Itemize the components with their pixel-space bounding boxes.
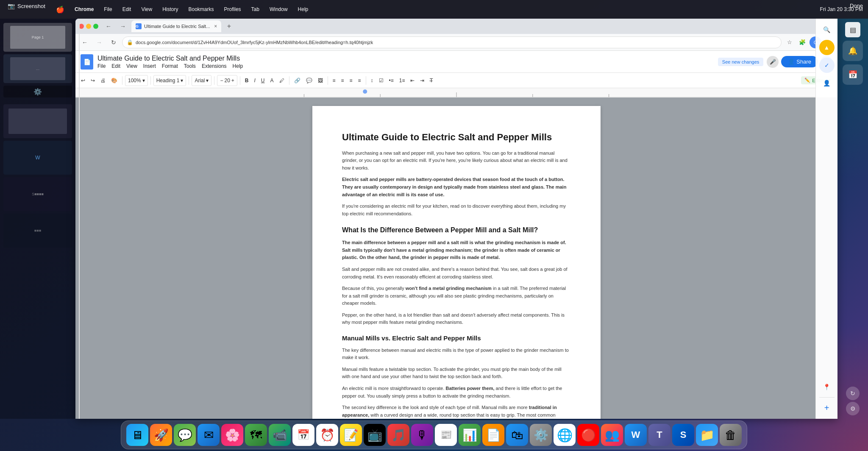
bold-button[interactable]: B <box>243 75 251 86</box>
align-center-button[interactable]: ≡ <box>339 75 346 86</box>
tab-close-button[interactable]: × <box>214 23 217 29</box>
highlight-button[interactable]: 🖊 <box>277 75 287 86</box>
tab-menu[interactable]: Tab <box>250 6 261 13</box>
edit-menu[interactable]: Edit <box>121 6 133 13</box>
dock-calendar[interactable]: 📅 <box>292 424 314 446</box>
dock-facetime[interactable]: 📹 <box>269 424 291 446</box>
dock-slides[interactable]: S <box>672 424 694 446</box>
dock-maps[interactable]: 🗺 <box>245 424 267 446</box>
scroll-control-1[interactable]: ▤ <box>845 22 860 37</box>
link-button[interactable]: 🔗 <box>292 75 303 86</box>
address-bar[interactable]: 🔒 docs.google.com/document/d/1ZvH4A9YdmO… <box>122 36 782 48</box>
profiles-menu[interactable]: Profiles <box>223 6 243 13</box>
thumbnail-3[interactable] <box>3 104 72 138</box>
docs-file-menu[interactable]: File <box>97 63 106 69</box>
indent-decrease-button[interactable]: ⇤ <box>408 75 417 86</box>
docs-format-menu[interactable]: Format <box>162 63 178 69</box>
dock-launchpad[interactable]: 🚀 <box>150 424 172 446</box>
font-select[interactable]: Arial ▾ <box>192 75 211 86</box>
dock-notes[interactable]: 📝 <box>340 424 362 446</box>
active-tab[interactable]: G Ultimate Guide to Electric Salt... × <box>131 20 221 32</box>
clear-formatting-button[interactable]: T̶ <box>428 75 435 86</box>
justify-button[interactable]: ≡ <box>356 75 363 86</box>
dock-messages[interactable]: 💬 <box>174 424 196 446</box>
redo-button[interactable]: ↪ <box>89 75 97 86</box>
new-tab-button[interactable]: + <box>224 21 234 31</box>
dock-pages[interactable]: 📄 <box>482 424 504 446</box>
font-size-minus[interactable]: − <box>220 78 223 84</box>
thumbnail-5[interactable]: S■■■■ <box>3 177 72 211</box>
forward-nav-button[interactable]: → <box>93 36 105 48</box>
docs-contacts-button[interactable]: 👤 <box>819 75 835 91</box>
dock-chrome[interactable]: 🌐 <box>554 424 576 446</box>
dock-mail[interactable]: ✉ <box>198 424 220 446</box>
italic-button[interactable]: I <box>252 75 258 86</box>
dock-teams[interactable]: T <box>648 424 670 446</box>
thumbnail-settings[interactable]: ⚙️ <box>3 86 72 97</box>
thumbnail-1[interactable]: Page 1 <box>3 23 72 52</box>
underline-button[interactable]: U <box>259 75 267 86</box>
zoom-select[interactable]: 100% ▾ <box>125 75 148 86</box>
close-window-button[interactable] <box>79 24 84 29</box>
voice-button[interactable]: 🎤 <box>767 56 779 68</box>
dock-music[interactable]: 🎵 <box>387 424 409 446</box>
calendar-sidebar-icon[interactable]: 📅 <box>843 64 863 85</box>
bulleted-list-button[interactable]: •≡ <box>387 75 396 86</box>
comment-button[interactable]: 💬 <box>304 75 314 86</box>
text-color-button[interactable]: A <box>268 75 276 86</box>
docs-view-menu[interactable]: View <box>126 63 137 69</box>
docs-drive-button[interactable]: ▲ <box>819 40 835 55</box>
bookmarks-menu[interactable]: Bookmarks <box>187 6 216 13</box>
docs-tasks-button[interactable]: ✓ <box>819 58 835 73</box>
history-menu[interactable]: History <box>161 6 180 13</box>
dock-podcasts[interactable]: 🎙 <box>411 424 433 446</box>
dock-numbers[interactable]: 📊 <box>459 424 481 446</box>
back-nav-button[interactable]: ← <box>79 36 91 48</box>
align-right-button[interactable]: ≡ <box>348 75 355 86</box>
checklist-button[interactable]: ☑ <box>377 75 386 86</box>
app-name-menu[interactable]: Chrome <box>73 6 95 13</box>
notification-icon[interactable]: 🔔 <box>843 41 863 61</box>
thumbnail-6[interactable]: ■■■ <box>3 214 72 248</box>
font-size-plus[interactable]: + <box>231 78 234 84</box>
maximize-window-button[interactable] <box>93 24 98 29</box>
dock-files[interactable]: 📁 <box>696 424 718 446</box>
settings-status-button[interactable]: ⚙ <box>846 402 860 415</box>
docs-tools-menu[interactable]: Tools <box>184 63 196 69</box>
print-button[interactable]: 🖨 <box>98 75 108 86</box>
line-spacing-button[interactable]: ↕ <box>369 75 376 86</box>
docs-insert-menu[interactable]: Insert <box>143 63 156 69</box>
extensions-button[interactable]: 🧩 <box>797 37 808 48</box>
dock-word[interactable]: W <box>625 424 647 446</box>
dock-system-prefs[interactable]: ⚙️ <box>530 424 552 446</box>
align-left-button[interactable]: ≡ <box>331 75 338 86</box>
paint-format-button[interactable]: 🎨 <box>109 75 120 86</box>
file-menu[interactable]: File <box>102 6 114 13</box>
dock-finder[interactable]: 🖥 <box>126 424 148 446</box>
docs-document-title[interactable]: Ultimate Guide to Electric Salt and Pepp… <box>97 55 243 62</box>
font-size-select[interactable]: − 20 + <box>217 75 237 86</box>
bookmark-button[interactable]: ☆ <box>784 37 795 48</box>
docs-explore-button[interactable]: 🔍 <box>819 22 835 37</box>
indent-increase-button[interactable]: ⇥ <box>418 75 426 86</box>
done-button[interactable]: Done <box>850 3 863 9</box>
dock-app-store[interactable]: 🛍 <box>506 424 528 446</box>
docs-edit-menu[interactable]: Edit <box>111 63 120 69</box>
dock-social[interactable]: 👥 <box>601 424 623 446</box>
docs-extensions-menu[interactable]: Extensions <box>202 63 227 69</box>
see-changes-button[interactable]: See new changes <box>718 58 763 66</box>
dock-trash[interactable]: 🗑 <box>720 424 742 446</box>
share-button[interactable]: 👤 Share <box>781 56 818 67</box>
image-button[interactable]: 🖼 <box>316 75 325 86</box>
window-menu[interactable]: Window <box>268 6 289 13</box>
style-select[interactable]: Heading 1 ▾ <box>153 75 186 86</box>
numbered-list-button[interactable]: 1≡ <box>397 75 407 86</box>
forward-button[interactable]: → <box>117 20 129 32</box>
back-button[interactable]: ← <box>103 20 114 32</box>
refresh-button[interactable]: ↻ <box>108 36 120 48</box>
docs-content-area[interactable]: Ultimate Guide to Electric Salt and Pepp… <box>75 97 837 419</box>
refresh-status-button[interactable]: ↻ <box>846 387 860 400</box>
dock-livestream[interactable]: 🔴 <box>577 424 599 446</box>
view-menu[interactable]: View <box>139 6 154 13</box>
undo-button[interactable]: ↩ <box>79 75 87 86</box>
